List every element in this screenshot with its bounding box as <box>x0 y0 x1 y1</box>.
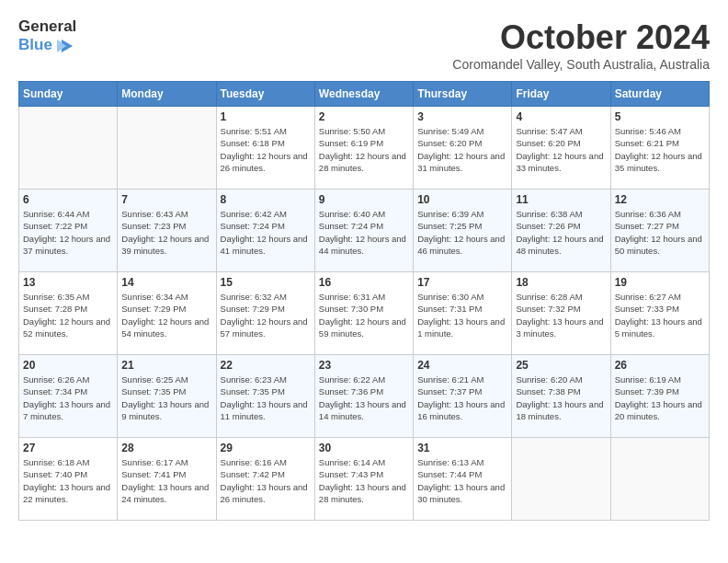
day-info: Sunrise: 6:35 AMSunset: 7:28 PMDaylight:… <box>23 291 113 339</box>
calendar-week-row: 27Sunrise: 6:18 AMSunset: 7:40 PMDayligh… <box>19 438 710 521</box>
calendar-cell: 30Sunrise: 6:14 AMSunset: 7:43 PMDayligh… <box>314 438 413 521</box>
day-number: 29 <box>221 442 311 454</box>
day-number: 22 <box>221 359 311 372</box>
day-info: Sunrise: 6:22 AMSunset: 7:36 PMDaylight:… <box>319 373 409 422</box>
calendar-cell: 26Sunrise: 6:19 AMSunset: 7:39 PMDayligh… <box>610 355 709 438</box>
day-info: Sunrise: 6:42 AMSunset: 7:24 PMDaylight:… <box>221 208 311 257</box>
logo-general: General <box>18 18 76 36</box>
calendar-cell: 11Sunrise: 6:38 AMSunset: 7:26 PMDayligh… <box>512 190 610 272</box>
calendar-cell: 27Sunrise: 6:18 AMSunset: 7:40 PMDayligh… <box>19 438 118 521</box>
day-number: 13 <box>23 276 113 289</box>
calendar-cell: 4Sunrise: 5:47 AMSunset: 6:20 PMDaylight… <box>512 107 610 190</box>
calendar-week-row: 1Sunrise: 5:51 AMSunset: 6:18 PMDaylight… <box>19 107 710 190</box>
page-header: General Blue October 2024 Coromandel Val… <box>18 18 710 72</box>
day-number: 24 <box>417 359 507 372</box>
logo-icon <box>54 36 74 56</box>
weekday-header: Wednesday <box>314 82 413 107</box>
calendar-cell: 29Sunrise: 6:16 AMSunset: 7:42 PMDayligh… <box>216 438 314 521</box>
weekday-header: Monday <box>118 82 216 107</box>
day-number: 11 <box>516 193 606 206</box>
weekday-header: Sunday <box>19 82 118 107</box>
calendar-week-row: 20Sunrise: 6:26 AMSunset: 7:34 PMDayligh… <box>19 355 710 438</box>
logo-blue: Blue <box>18 37 52 54</box>
day-number: 9 <box>319 193 409 206</box>
calendar-cell: 2Sunrise: 5:50 AMSunset: 6:19 PMDaylight… <box>314 107 413 190</box>
day-number: 27 <box>23 442 113 454</box>
day-number: 12 <box>615 193 705 206</box>
day-info: Sunrise: 6:43 AMSunset: 7:23 PMDaylight:… <box>121 208 211 257</box>
calendar-cell: 17Sunrise: 6:30 AMSunset: 7:31 PMDayligh… <box>414 272 512 355</box>
day-number: 28 <box>121 442 211 454</box>
day-info: Sunrise: 6:34 AMSunset: 7:29 PMDaylight:… <box>121 291 211 339</box>
day-number: 23 <box>319 359 409 372</box>
calendar-cell: 9Sunrise: 6:40 AMSunset: 7:24 PMDaylight… <box>314 190 413 272</box>
calendar-cell: 20Sunrise: 6:26 AMSunset: 7:34 PMDayligh… <box>19 355 118 438</box>
subtitle: Coromandel Valley, South Australia, Aust… <box>452 57 710 72</box>
day-info: Sunrise: 5:51 AMSunset: 6:18 PMDaylight:… <box>221 125 311 174</box>
day-info: Sunrise: 6:23 AMSunset: 7:35 PMDaylight:… <box>221 373 311 422</box>
calendar-cell <box>118 107 216 190</box>
calendar-cell: 18Sunrise: 6:28 AMSunset: 7:32 PMDayligh… <box>512 272 610 355</box>
day-info: Sunrise: 6:17 AMSunset: 7:41 PMDaylight:… <box>121 456 211 505</box>
calendar-cell: 5Sunrise: 5:46 AMSunset: 6:21 PMDaylight… <box>610 107 709 190</box>
day-number: 17 <box>417 276 507 289</box>
weekday-header: Saturday <box>610 82 709 107</box>
day-info: Sunrise: 6:31 AMSunset: 7:30 PMDaylight:… <box>319 291 409 339</box>
calendar-cell: 10Sunrise: 6:39 AMSunset: 7:25 PMDayligh… <box>414 190 512 272</box>
day-info: Sunrise: 5:49 AMSunset: 6:20 PMDaylight:… <box>417 125 507 174</box>
day-info: Sunrise: 6:32 AMSunset: 7:29 PMDaylight:… <box>221 291 311 339</box>
calendar-cell: 12Sunrise: 6:36 AMSunset: 7:27 PMDayligh… <box>610 190 709 272</box>
day-info: Sunrise: 6:21 AMSunset: 7:37 PMDaylight:… <box>417 373 507 422</box>
day-info: Sunrise: 6:16 AMSunset: 7:42 PMDaylight:… <box>221 456 311 505</box>
calendar-cell: 6Sunrise: 6:44 AMSunset: 7:22 PMDaylight… <box>19 190 118 272</box>
calendar-cell: 13Sunrise: 6:35 AMSunset: 7:28 PMDayligh… <box>19 272 118 355</box>
calendar-cell: 22Sunrise: 6:23 AMSunset: 7:35 PMDayligh… <box>216 355 314 438</box>
day-info: Sunrise: 6:19 AMSunset: 7:39 PMDaylight:… <box>615 373 705 422</box>
day-number: 4 <box>516 110 606 123</box>
day-number: 19 <box>615 276 705 289</box>
day-number: 30 <box>319 442 409 454</box>
day-info: Sunrise: 5:47 AMSunset: 6:20 PMDaylight:… <box>516 125 606 174</box>
day-number: 25 <box>516 359 606 372</box>
day-info: Sunrise: 6:40 AMSunset: 7:24 PMDaylight:… <box>319 208 409 257</box>
day-number: 16 <box>319 276 409 289</box>
day-info: Sunrise: 6:38 AMSunset: 7:26 PMDaylight:… <box>516 208 606 257</box>
month-title: October 2024 <box>452 18 710 57</box>
day-number: 6 <box>23 193 113 206</box>
day-info: Sunrise: 6:25 AMSunset: 7:35 PMDaylight:… <box>121 373 211 422</box>
day-number: 1 <box>221 110 311 123</box>
day-info: Sunrise: 6:36 AMSunset: 7:27 PMDaylight:… <box>615 208 705 257</box>
calendar-cell <box>512 438 610 521</box>
day-number: 7 <box>121 193 211 206</box>
day-info: Sunrise: 6:13 AMSunset: 7:44 PMDaylight:… <box>417 456 507 505</box>
day-number: 10 <box>417 193 507 206</box>
calendar-cell <box>610 438 709 521</box>
calendar-cell: 15Sunrise: 6:32 AMSunset: 7:29 PMDayligh… <box>216 272 314 355</box>
calendar-cell: 24Sunrise: 6:21 AMSunset: 7:37 PMDayligh… <box>414 355 512 438</box>
day-number: 3 <box>417 110 507 123</box>
day-number: 14 <box>121 276 211 289</box>
day-info: Sunrise: 5:50 AMSunset: 6:19 PMDaylight:… <box>319 125 409 174</box>
calendar-cell: 21Sunrise: 6:25 AMSunset: 7:35 PMDayligh… <box>118 355 216 438</box>
weekday-header: Tuesday <box>216 82 314 107</box>
calendar-table: SundayMondayTuesdayWednesdayThursdayFrid… <box>18 81 710 521</box>
calendar-cell: 25Sunrise: 6:20 AMSunset: 7:38 PMDayligh… <box>512 355 610 438</box>
calendar-cell: 16Sunrise: 6:31 AMSunset: 7:30 PMDayligh… <box>314 272 413 355</box>
logo: General Blue <box>18 18 76 56</box>
calendar-cell: 3Sunrise: 5:49 AMSunset: 6:20 PMDaylight… <box>414 107 512 190</box>
weekday-header: Friday <box>512 82 610 107</box>
day-number: 15 <box>221 276 311 289</box>
calendar-week-row: 6Sunrise: 6:44 AMSunset: 7:22 PMDaylight… <box>19 190 710 272</box>
day-number: 26 <box>615 359 705 372</box>
day-info: Sunrise: 6:26 AMSunset: 7:34 PMDaylight:… <box>23 373 113 422</box>
day-number: 8 <box>221 193 311 206</box>
day-number: 21 <box>121 359 211 372</box>
calendar-week-row: 13Sunrise: 6:35 AMSunset: 7:28 PMDayligh… <box>19 272 710 355</box>
calendar-cell: 31Sunrise: 6:13 AMSunset: 7:44 PMDayligh… <box>414 438 512 521</box>
weekday-header: Thursday <box>414 82 512 107</box>
calendar-cell: 7Sunrise: 6:43 AMSunset: 7:23 PMDaylight… <box>118 190 216 272</box>
day-info: Sunrise: 5:46 AMSunset: 6:21 PMDaylight:… <box>615 125 705 174</box>
day-info: Sunrise: 6:39 AMSunset: 7:25 PMDaylight:… <box>417 208 507 257</box>
day-info: Sunrise: 6:44 AMSunset: 7:22 PMDaylight:… <box>23 208 113 257</box>
calendar-cell: 14Sunrise: 6:34 AMSunset: 7:29 PMDayligh… <box>118 272 216 355</box>
